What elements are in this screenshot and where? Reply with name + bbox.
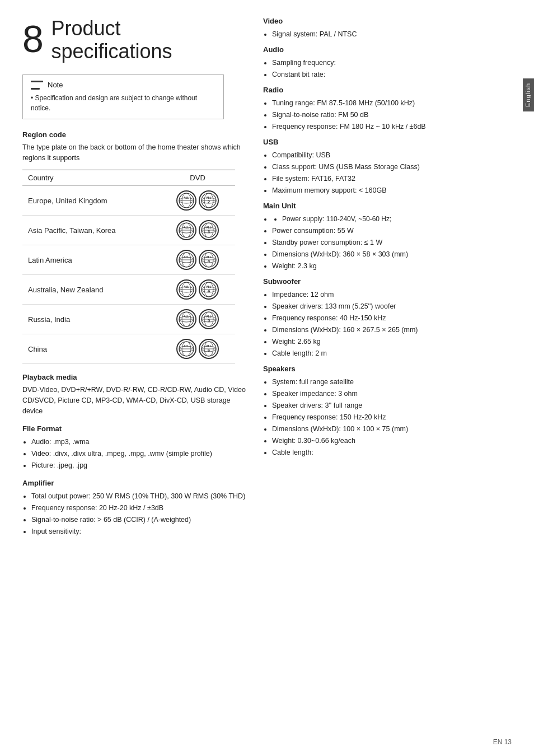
amplifier-section: Amplifier Total output power: 250 W RMS …	[22, 479, 246, 537]
svg-text:ALL: ALL	[184, 226, 189, 229]
usb-list: Compatibility: USB Class support: UMS (U…	[263, 150, 517, 196]
globe-icon: ALL	[176, 220, 196, 240]
svg-text:ALL: ALL	[184, 344, 189, 348]
svg-text:ALL: ALL	[184, 255, 189, 259]
playback-media-title: Playback media	[22, 373, 246, 381]
list-item: Total output power: 250 W RMS (10% THD),…	[31, 491, 246, 502]
country-cell: Latin America	[22, 245, 160, 275]
audio-section: Audio Sampling frequency: Constant bit r…	[263, 45, 517, 80]
globe-icon: ALL	[176, 279, 196, 300]
page: English 8 Product specifications	[0, 0, 534, 756]
country-cell: Asia Pacific, Taiwan, Korea	[22, 216, 160, 245]
list-item: Frequency response: FM 180 Hz ~ 10 kHz /…	[272, 121, 517, 132]
list-item: File system: FAT16, FAT32	[272, 173, 517, 184]
dvd-icons-cell: ALL ALL 5	[160, 305, 235, 334]
country-cell: Europe, United Kingdom	[22, 186, 160, 216]
globe-icon: ALL	[176, 309, 196, 329]
note-header: Note	[31, 81, 216, 90]
speakers-list: System: full range satellite Speaker imp…	[263, 376, 517, 458]
table-row: Australia, New Zealand ALL	[22, 275, 235, 305]
svg-text:4: 4	[208, 259, 210, 264]
svg-text:2: 2	[208, 199, 210, 204]
table-row: China ALL ALL	[22, 334, 235, 364]
globe-icon: ALL	[176, 250, 196, 270]
video-title: Video	[263, 17, 517, 25]
usb-title: USB	[263, 138, 517, 146]
speakers-title: Speakers	[263, 365, 517, 373]
list-item: Power supply: 110-240V, ~50-60 Hz;	[282, 214, 517, 225]
list-item: Impedance: 12 ohm	[272, 289, 517, 300]
radio-list: Tuning range: FM 87.5-108 MHz (50/100 kH…	[263, 97, 517, 132]
chapter-number: 8	[22, 20, 44, 58]
chapter-heading: 8 Product specifications	[22, 17, 246, 63]
svg-text:4: 4	[208, 288, 210, 293]
file-format-title: File Format	[22, 424, 246, 433]
playback-media-text: DVD-Video, DVD+R/+RW, DVD-R/-RW, CD-R/CD…	[22, 385, 246, 416]
list-item: Speaker impedance: 3 ohm	[272, 388, 517, 399]
audio-title: Audio	[263, 45, 517, 54]
main-unit-title: Main Unit	[263, 202, 517, 210]
col-country: Country	[22, 170, 160, 186]
list-item: Dimensions (WxHxD): 160 × 267.5 × 265 (m…	[272, 324, 517, 335]
radio-title: Radio	[263, 86, 517, 94]
list-item: Weight: 0.30~0.66 kg/each	[272, 435, 517, 446]
globe-icon: ALL 2	[199, 190, 219, 211]
svg-text:6: 6	[208, 348, 210, 353]
note-label: Note	[48, 81, 63, 89]
list-item: Input sensitivity:	[31, 526, 246, 537]
list-item: Power supply: 110-240V, ~50-60 Hz;	[272, 213, 517, 225]
speakers-section: Speakers System: full range satellite Sp…	[263, 365, 517, 458]
svg-text:3: 3	[208, 229, 210, 234]
main-unit-section: Main Unit Power supply: 110-240V, ~50-60…	[263, 202, 517, 272]
list-item: Power consumption: 55 W	[272, 225, 517, 236]
list-item: Compatibility: USB	[272, 150, 517, 161]
list-item: Constant bit rate:	[272, 69, 517, 80]
subwoofer-section: Subwoofer Impedance: 12 ohm Speaker driv…	[263, 277, 517, 359]
list-item: Signal-to-noise ratio: > 65 dB (CCIR) / …	[31, 514, 246, 525]
country-cell: Russia, India	[22, 305, 160, 334]
region-code-description: The type plate on the back or bottom of …	[22, 142, 246, 164]
subwoofer-list: Impedance: 12 ohm Speaker drivers: 133 m…	[263, 289, 517, 359]
main-unit-list: Power supply: 110-240V, ~50-60 Hz; Power…	[263, 213, 517, 272]
note-icon	[31, 81, 43, 90]
left-column: 8 Product specifications Note • Specific…	[22, 17, 257, 739]
list-item: System: full range satellite	[272, 376, 517, 388]
table-row: Latin America ALL	[22, 245, 235, 275]
list-item: Frequency response: 40 Hz-150 kHz	[272, 312, 517, 324]
svg-text:ALL: ALL	[184, 196, 189, 199]
globe-icon: ALL 6	[199, 339, 219, 359]
dvd-icons-cell: ALL ALL 4	[160, 245, 235, 275]
list-item: Class support: UMS (USB Mass Storage Cla…	[272, 161, 517, 172]
subwoofer-title: Subwoofer	[263, 277, 517, 286]
page-footer: EN 13	[493, 738, 512, 746]
main-content: 8 Product specifications Note • Specific…	[0, 0, 534, 756]
list-item: Weight: 2.3 kg	[272, 260, 517, 272]
list-item: Video: .divx, .divx ultra, .mpeg, .mpg, …	[31, 448, 246, 459]
list-item: Standby power consumption: ≤ 1 W	[272, 237, 517, 248]
svg-text:5: 5	[208, 318, 210, 323]
dvd-icons-cell: ALL ALL 4	[160, 275, 235, 305]
country-cell: Australia, New Zealand	[22, 275, 160, 305]
list-item: Tuning range: FM 87.5-108 MHz (50/100 kH…	[272, 97, 517, 109]
dvd-icons-cell: ALL ALL 2	[160, 186, 235, 216]
list-item: Audio: .mp3, .wma	[31, 436, 246, 447]
video-list: Signal system: PAL / NTSC	[263, 29, 517, 40]
region-code-title: Region code	[22, 130, 246, 139]
usb-section: USB Compatibility: USB Class support: UM…	[263, 138, 517, 196]
dvd-icons-cell: ALL ALL 6	[160, 334, 235, 364]
note-text: • Specification and design are subject t…	[31, 93, 216, 113]
amplifier-title: Amplifier	[22, 479, 246, 487]
list-item: Maximum memory support: < 160GB	[272, 185, 517, 196]
chapter-title: Product specifications	[51, 17, 172, 63]
country-cell: China	[22, 334, 160, 364]
list-item: Signal system: PAL / NTSC	[272, 29, 517, 40]
list-item: Signal-to-noise ratio: FM 50 dB	[272, 109, 517, 120]
radio-section: Radio Tuning range: FM 87.5-108 MHz (50/…	[263, 86, 517, 132]
table-row: Asia Pacific, Taiwan, Korea ALL	[22, 216, 235, 245]
list-item: Frequency response: 20 Hz-20 kHz / ±3dB	[31, 502, 246, 514]
dvd-icons-cell: ALL ALL 3	[160, 216, 235, 245]
file-format-list: Audio: .mp3, .wma Video: .divx, .divx ul…	[22, 436, 246, 471]
amplifier-list: Total output power: 250 W RMS (10% THD),…	[22, 491, 246, 537]
list-item: Weight: 2.65 kg	[272, 336, 517, 347]
note-box: Note • Specification and design are subj…	[22, 74, 224, 119]
